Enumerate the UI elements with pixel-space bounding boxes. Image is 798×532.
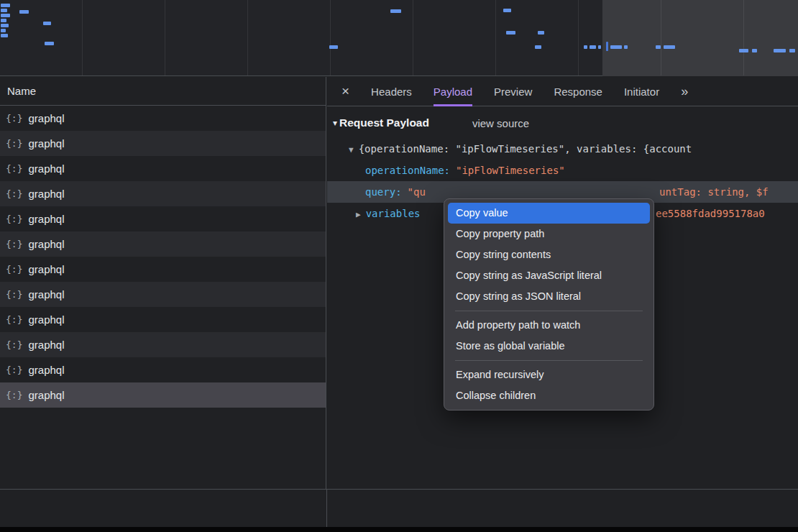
- timeline-bar: [503, 9, 511, 12]
- detail-tab-bar: × HeadersPayloadPreviewResponseInitiator…: [327, 77, 798, 106]
- json-braces-icon: {:}: [6, 364, 22, 375]
- request-payload-title: Request Payload: [339, 116, 429, 129]
- request-payload-section-header: ▾ Request Payload view source: [327, 116, 798, 129]
- more-tabs-icon[interactable]: »: [681, 84, 688, 99]
- request-row[interactable]: {:}graphql: [0, 106, 326, 131]
- request-row[interactable]: {:}graphql: [0, 156, 326, 181]
- timeline-bar: [506, 31, 515, 35]
- window-bottom-edge: [0, 527, 798, 532]
- request-name: graphql: [28, 238, 64, 250]
- json-braces-icon: {:}: [6, 113, 22, 124]
- request-name: graphql: [28, 288, 64, 301]
- menu-separator: [455, 311, 643, 311]
- menu-item-expand-recursively[interactable]: Expand recursively: [448, 364, 650, 385]
- property-key: variables: [366, 208, 421, 219]
- menu-item-add-property-path-to-watch[interactable]: Add property path to watch: [448, 315, 650, 336]
- timeline-bar: [739, 49, 748, 52]
- json-braces-icon: {:}: [6, 188, 22, 199]
- menu-separator: [455, 360, 643, 361]
- request-row[interactable]: {:}graphql: [0, 131, 326, 156]
- section-collapse-icon[interactable]: ▾: [333, 118, 337, 128]
- expand-arrow-icon[interactable]: ▼: [349, 145, 354, 155]
- property-key: query:: [365, 186, 402, 198]
- timeline-bar: [1, 34, 8, 37]
- menu-item-copy-property-path[interactable]: Copy property path: [448, 224, 650, 244]
- timeline-bar: [590, 45, 596, 49]
- menu-item-copy-string-as-javascript-literal[interactable]: Copy string as JavaScript literal: [448, 265, 650, 286]
- context-menu: Copy valueCopy property pathCopy string …: [444, 198, 654, 411]
- request-name: graphql: [28, 188, 64, 200]
- expand-arrow-icon[interactable]: ▶: [356, 210, 361, 219]
- property-value-end: untTag: string, $f: [659, 181, 769, 203]
- request-name: graphql: [28, 137, 64, 150]
- panel-split-divider[interactable]: [326, 489, 327, 527]
- timeline-bar: [584, 45, 587, 49]
- tab-payload[interactable]: Payload: [434, 77, 472, 106]
- request-row[interactable]: {:}graphql: [0, 332, 326, 357]
- request-name: graphql: [28, 263, 64, 275]
- menu-item-copy-value[interactable]: Copy value: [448, 203, 650, 224]
- name-column-label: Name: [7, 85, 36, 97]
- request-name: graphql: [28, 364, 64, 376]
- menu-item-copy-string-contents[interactable]: Copy string contents: [448, 244, 650, 265]
- json-braces-icon: {:}: [6, 390, 22, 400]
- timeline-bar: [774, 49, 786, 52]
- summary-bar-divider: [0, 489, 798, 490]
- network-overview[interactable]: [0, 0, 798, 76]
- menu-item-copy-string-as-json-literal[interactable]: Copy string as JSON literal: [448, 286, 650, 307]
- timeline-bar: [606, 42, 608, 51]
- view-source-link[interactable]: view source: [472, 117, 529, 129]
- request-row[interactable]: {:}graphql: [0, 357, 326, 382]
- request-list-panel: Name {:}graphql{:}graphql{:}graphql{:}gr…: [0, 77, 326, 489]
- name-column-header[interactable]: Name: [0, 77, 326, 106]
- tab-preview[interactable]: Preview: [494, 77, 532, 106]
- request-row[interactable]: {:}graphql: [0, 257, 326, 282]
- json-braces-icon: {:}: [6, 314, 22, 325]
- timeline-bar: [45, 42, 54, 45]
- timeline-bar: [535, 45, 541, 49]
- json-braces-icon: {:}: [6, 138, 22, 149]
- timeline-bar: [538, 31, 544, 35]
- request-row[interactable]: {:}graphql: [0, 231, 326, 257]
- operation-name-row[interactable]: operationName:"ipFlowTimeseries": [327, 160, 798, 181]
- request-row[interactable]: {:}graphql: [0, 181, 326, 206]
- request-row[interactable]: {:}graphql: [0, 307, 326, 332]
- property-value-end: ee5588fdad995178a0: [656, 203, 765, 224]
- json-braces-icon: {:}: [6, 264, 22, 275]
- timeline-bar: [656, 45, 661, 49]
- timeline-bar: [752, 49, 757, 52]
- timeline-bar: [664, 45, 675, 49]
- request-row[interactable]: {:}graphql: [0, 382, 326, 408]
- timeline-bar: [390, 9, 401, 13]
- tab-response[interactable]: Response: [554, 77, 602, 106]
- request-name: graphql: [28, 112, 64, 124]
- request-row[interactable]: {:}graphql: [0, 282, 326, 307]
- json-braces-icon: {:}: [6, 163, 22, 174]
- timeline-bar: [43, 22, 51, 25]
- timeline-bar: [1, 9, 7, 12]
- json-braces-icon: {:}: [6, 339, 22, 350]
- property-value-start: "qu: [408, 186, 426, 198]
- payload-root-row[interactable]: ▼{operationName: "ipFlowTimeseries", var…: [327, 138, 798, 160]
- json-braces-icon: {:}: [6, 214, 22, 224]
- json-braces-icon: {:}: [6, 289, 22, 300]
- timeline-bar: [19, 10, 29, 14]
- request-name: graphql: [28, 313, 64, 326]
- menu-item-collapse-children[interactable]: Collapse children: [448, 385, 650, 406]
- request-name: graphql: [28, 389, 64, 401]
- json-braces-icon: {:}: [6, 239, 22, 249]
- request-name: graphql: [28, 213, 64, 225]
- menu-item-store-as-global-variable[interactable]: Store as global variable: [448, 336, 650, 357]
- close-icon[interactable]: ×: [341, 83, 349, 99]
- timeline-bar: [1, 19, 6, 22]
- timeline-bar: [1, 14, 10, 17]
- request-name: graphql: [28, 162, 64, 175]
- devtools-network-panel: Name {:}graphql{:}graphql{:}graphql{:}gr…: [0, 0, 798, 532]
- tab-initiator[interactable]: Initiator: [624, 77, 659, 106]
- request-name: graphql: [28, 339, 64, 351]
- timeline-bar: [789, 49, 795, 52]
- request-list: {:}graphql{:}graphql{:}graphql{:}graphql…: [0, 106, 326, 408]
- tab-headers[interactable]: Headers: [371, 77, 412, 106]
- timeline-bar: [598, 45, 601, 49]
- request-row[interactable]: {:}graphql: [0, 206, 326, 231]
